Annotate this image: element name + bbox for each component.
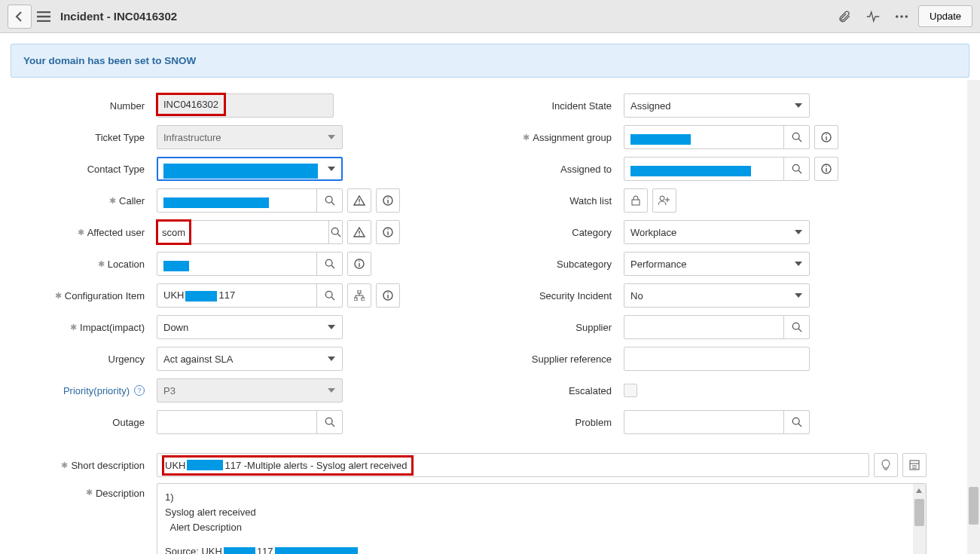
supplier-reference-input[interactable] <box>624 347 810 371</box>
assigned-to-lookup[interactable] <box>624 157 810 181</box>
label-assignment-group: ✱Assignment group <box>490 132 624 143</box>
page-header: Incident - INC0416302 Update <box>0 0 980 33</box>
outage-lookup[interactable] <box>157 410 343 434</box>
label-category: Category <box>490 227 624 238</box>
svg-line-11 <box>337 234 340 237</box>
category-select[interactable]: Workplace <box>624 220 810 244</box>
svg-line-45 <box>798 329 801 332</box>
subcategory-select[interactable]: Performance <box>624 252 810 276</box>
svg-point-13 <box>359 234 360 236</box>
attachment-icon[interactable] <box>832 5 856 29</box>
more-icon[interactable] <box>890 5 914 29</box>
svg-rect-42 <box>632 200 640 205</box>
svg-point-17 <box>325 259 332 266</box>
search-icon[interactable] <box>316 189 342 212</box>
description-scrollbar[interactable] <box>913 484 926 554</box>
search-icon[interactable] <box>783 158 809 180</box>
info-icon[interactable] <box>376 188 400 213</box>
back-button[interactable] <box>8 5 32 29</box>
info-icon[interactable] <box>347 252 371 276</box>
incident-form: Number INC0416302 Ticket Type Infrastruc… <box>0 85 949 554</box>
label-security-incident: Security Incident <box>490 290 624 301</box>
svg-line-4 <box>331 202 334 205</box>
affected-user-lookup[interactable]: scom <box>157 220 343 244</box>
description-textarea[interactable]: 1) Syslog alert received Alert Descripti… <box>157 483 927 554</box>
related-search-icon[interactable] <box>902 453 927 477</box>
label-escalated: Escalated <box>490 385 624 396</box>
label-contact-type: Contact Type <box>23 164 157 175</box>
search-icon[interactable] <box>783 316 809 338</box>
label-urgency: Urgency <box>23 354 157 365</box>
ci-lookup[interactable]: UKH117 <box>157 283 343 308</box>
urgency-select[interactable]: Act against SLA <box>157 347 343 371</box>
svg-point-29 <box>387 292 389 294</box>
label-priority[interactable]: Priority(priority)? <box>23 385 157 396</box>
activity-icon[interactable] <box>861 5 885 29</box>
svg-line-33 <box>798 139 801 142</box>
label-short-description: ✱Short description <box>23 460 157 471</box>
problem-input[interactable] <box>624 411 783 433</box>
info-icon[interactable] <box>376 220 400 244</box>
svg-point-30 <box>325 418 332 424</box>
warning-icon[interactable] <box>347 188 371 213</box>
svg-point-41 <box>826 166 827 167</box>
add-me-icon[interactable] <box>652 188 676 213</box>
label-subcategory: Subcategory <box>490 259 624 270</box>
supplier-input[interactable] <box>624 316 783 338</box>
incident-state-select[interactable]: Assigned <box>624 93 810 118</box>
label-number: Number <box>23 100 157 112</box>
search-icon[interactable] <box>328 221 342 243</box>
escalated-checkbox <box>624 384 637 397</box>
svg-point-44 <box>792 323 799 329</box>
outage-input[interactable] <box>157 411 316 433</box>
page-scrollbar[interactable] <box>967 80 980 554</box>
info-icon[interactable] <box>814 157 838 181</box>
lock-icon[interactable] <box>624 188 648 213</box>
label-affected-user: ✱Affected user <box>23 227 157 238</box>
label-ticket-type: Ticket Type <box>23 132 157 143</box>
svg-line-31 <box>331 424 334 427</box>
info-icon[interactable] <box>814 125 838 149</box>
label-watch-list: Watch list <box>490 195 624 207</box>
svg-point-3 <box>325 196 332 203</box>
assignment-group-lookup[interactable] <box>624 125 810 149</box>
affected-user-input[interactable] <box>190 221 328 243</box>
supplier-lookup[interactable] <box>624 315 810 339</box>
location-lookup[interactable] <box>157 252 343 276</box>
search-icon[interactable] <box>316 284 342 307</box>
info-icon[interactable] <box>376 283 400 308</box>
menu-icon[interactable] <box>32 5 56 29</box>
label-problem: Problem <box>490 417 624 428</box>
tree-icon[interactable] <box>347 283 371 308</box>
search-icon[interactable] <box>316 253 342 275</box>
svg-point-0 <box>896 15 899 18</box>
svg-rect-25 <box>354 298 357 301</box>
label-impact: ✱Impact(impact) <box>23 322 157 333</box>
svg-point-16 <box>387 229 389 231</box>
page-title: Incident - INC0416302 <box>60 10 177 23</box>
ci-value: UKH117 <box>157 284 235 307</box>
search-icon[interactable] <box>783 411 809 433</box>
svg-point-10 <box>331 228 338 234</box>
svg-point-37 <box>792 164 799 171</box>
security-incident-select[interactable]: No <box>624 283 810 308</box>
svg-rect-24 <box>358 290 361 293</box>
label-description: ✱Description <box>23 483 157 554</box>
caller-lookup[interactable] <box>157 188 343 213</box>
label-ci: ✱Configuration Item <box>23 290 157 301</box>
search-icon[interactable] <box>316 411 342 433</box>
short-description-input[interactable]: UKH117 -Multiple alerts - Syslog alert r… <box>157 453 869 477</box>
suggestion-icon[interactable] <box>874 453 898 477</box>
ticket-type-select: Infrastructure <box>157 125 343 149</box>
label-incident-state: Incident State <box>490 100 624 112</box>
svg-rect-26 <box>362 298 365 301</box>
search-icon[interactable] <box>783 126 809 148</box>
label-outage: Outage <box>23 417 157 428</box>
problem-lookup[interactable] <box>624 410 810 434</box>
svg-point-1 <box>900 15 903 18</box>
update-button[interactable]: Update <box>918 5 972 27</box>
help-icon[interactable]: ? <box>134 385 145 396</box>
impact-select[interactable]: Down <box>157 315 343 339</box>
label-location: ✱Location <box>23 259 157 270</box>
warning-icon[interactable] <box>347 220 371 244</box>
